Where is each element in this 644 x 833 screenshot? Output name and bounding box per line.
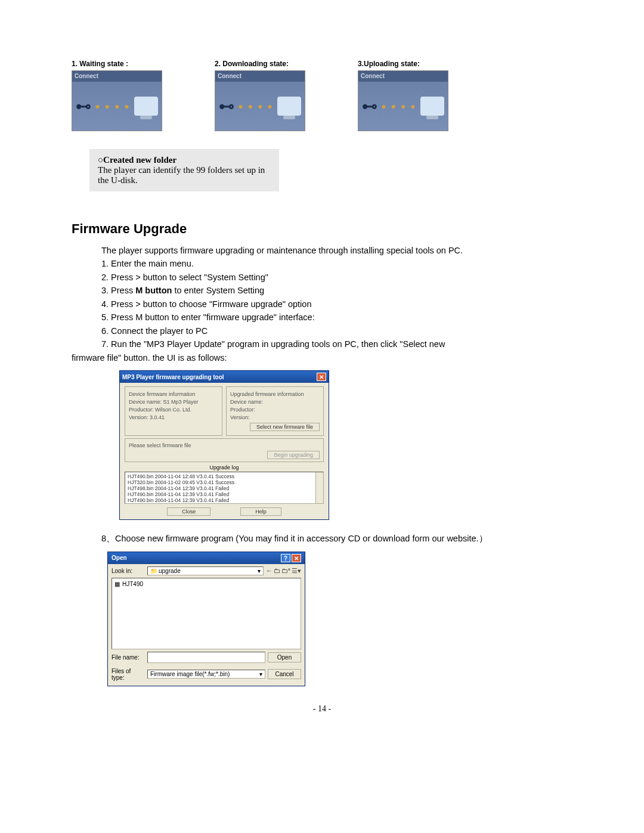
connect-image-3: Connect ⊷ ● ● ● ● [358,70,448,131]
step-7b: firmware file" button. the UI is as foll… [72,351,572,364]
log-line: HJT490.bin 2004-11-04 12:39 V3.0.41 Fail… [128,497,321,503]
step-7a: 7. Run the "MP3 Player Update" program i… [101,337,572,351]
usb-icon: ⊷ [219,97,234,116]
device-info-frame: Device firmware information Device name:… [125,386,222,436]
log-line: HJT490.bin 2004-11-04 12:39 V3.0.41 Fail… [128,491,321,497]
monitor-icon [420,97,444,116]
dialog-titlebar: MP3 Player firmware upgrading tool ✕ [120,371,329,383]
state-label: 2. Downloading state: [215,60,304,68]
frame-title: Upgraded firmware information [230,391,320,397]
connect-image-1: Connect ⊷ ● ● ● ● [72,70,162,131]
note-title: ○Created new folder [98,155,271,165]
open-button[interactable]: Open [268,652,301,662]
help-icon[interactable]: ? [281,554,290,562]
usb-icon: ⊷ [76,97,91,116]
dots-icon: ● ● ● ● [238,101,274,111]
lookin-value: upgrade [159,568,181,574]
file-list[interactable]: ▦ HJT490 [112,578,301,649]
view-menu-icon[interactable]: ☰▾ [292,567,301,575]
state-uploading: 3.Uploading state: Connect ⊷ ● ● ● ● [358,60,447,131]
lookin-dropdown[interactable]: 📁upgrade ▾ [147,566,264,575]
step-3-pre: 3. Press [101,286,135,295]
upgrade-log-label: Upgrade log [125,465,324,470]
log-line: HJT320.bin 2004-11-02 09:45 V3.0.41 Succ… [128,479,321,485]
close-button[interactable]: Close [167,507,210,516]
step-6: 6. Connect the player to PC [101,324,572,337]
dots-icon: ● ● ● ● [381,101,417,111]
step-3: 3. Press M button to enter System Settin… [101,284,572,297]
step-3-post: to enter System Setting [172,286,264,295]
please-select-label: Please select firmware file [129,442,320,448]
file-item[interactable]: ▦ HJT490 [114,581,298,587]
state-label: 3.Uploading state: [358,60,447,68]
usb-icon: ⊷ [362,97,377,116]
section-heading: Firmware Upgrade [72,221,572,237]
connect-banner: Connect [215,71,305,82]
connect-banner: Connect [358,71,448,82]
monitor-icon [277,97,301,116]
new-folder-icon[interactable]: 🗀* [281,567,290,575]
connect-image-2: Connect ⊷ ● ● ● ● [215,70,305,131]
step-3-bold: M button [135,286,172,295]
lookin-label: Look in: [112,568,145,574]
chevron-down-icon: ▾ [259,671,262,677]
filetype-value: Firmware image file(*.fw;*.bin) [150,671,230,677]
intro-text: The player supports firmware upgrading o… [101,244,572,257]
up-folder-icon[interactable]: 🗀 [274,567,280,575]
step-4: 4. Press > button to choose "Firmware up… [101,298,572,311]
state-label: 1. Waiting state : [72,60,161,68]
back-icon[interactable]: ← [266,567,273,575]
upgraded-info-frame: Upgraded firmware information Device nam… [226,386,324,436]
filename-label: File name: [112,654,145,661]
state-downloading: 2. Downloading state: Connect ⊷ ● ● ● ● [215,60,304,131]
productor: Productor: [230,407,320,413]
select-file-button[interactable]: Select new firmware file [250,423,320,431]
open-title-text: Open [112,555,127,561]
frame-title: Device firmware information [129,391,218,397]
productor: Productor: Wilson Co. Ltd. [129,407,218,413]
filetype-label: Files of type: [112,668,145,681]
filetype-dropdown[interactable]: Firmware image file(*.fw;*.bin) ▾ [147,670,265,679]
connect-banner: Connect [72,71,162,82]
step-1: 1. Enter the main menu. [101,257,572,270]
step-8: 8、Choose new firmware program (You may f… [101,532,572,545]
file-name: HJT490 [122,581,143,587]
file-icon: ▦ [114,581,120,587]
step-5: 5. Press M button to enter "firmware upg… [101,311,572,324]
cancel-button[interactable]: Cancel [268,669,301,679]
device-name: Device name: [230,399,320,405]
dots-icon: ● ● ● ● [95,101,131,111]
folder-icon: 📁 [150,568,157,574]
scrollbar[interactable] [315,472,323,503]
log-textarea[interactable]: HJT490.bin 2004-11-04 12:48 V3.0.41 Succ… [125,472,324,504]
version: Version: 3.0.41 [129,414,218,420]
monitor-icon [134,97,158,116]
close-icon[interactable]: ✕ [292,554,301,562]
state-waiting: 1. Waiting state : Connect ⊷ ● ● ● ● [72,60,161,131]
close-icon[interactable]: ✕ [317,373,326,381]
version: Version: [230,414,320,420]
filename-input[interactable] [147,652,265,663]
open-dialog: Open ? ✕ Look in: 📁upgrade ▾ ← 🗀 🗀* ☰▾ ▦… [107,552,305,686]
note-body: The player can identify the 99 folders s… [98,165,271,185]
log-line: HJT490.bin 2004-11-04 12:48 V3.0.41 Succ… [128,473,321,479]
firmware-dialog: MP3 Player firmware upgrading tool ✕ Dev… [119,370,329,520]
begin-upgrading-button[interactable]: Begin upgrading [267,451,320,459]
device-name: Device name: S1 Mp3 Player [129,399,218,405]
chevron-down-icon: ▾ [258,568,261,574]
help-button[interactable]: Help [240,507,281,516]
log-line: HJT498.bin 2004-11-04 12:39 V3.0.41 Fail… [128,485,321,491]
note-box: ○Created new folder The player can ident… [89,149,279,191]
dialog-title: MP3 Player firmware upgrading tool [122,374,224,380]
open-titlebar: Open ? ✕ [108,552,305,564]
states-row: 1. Waiting state : Connect ⊷ ● ● ● ● 2. … [72,60,572,131]
page-number: - 14 - [72,704,572,714]
step-2: 2. Press > button to select "System Sett… [101,271,572,284]
